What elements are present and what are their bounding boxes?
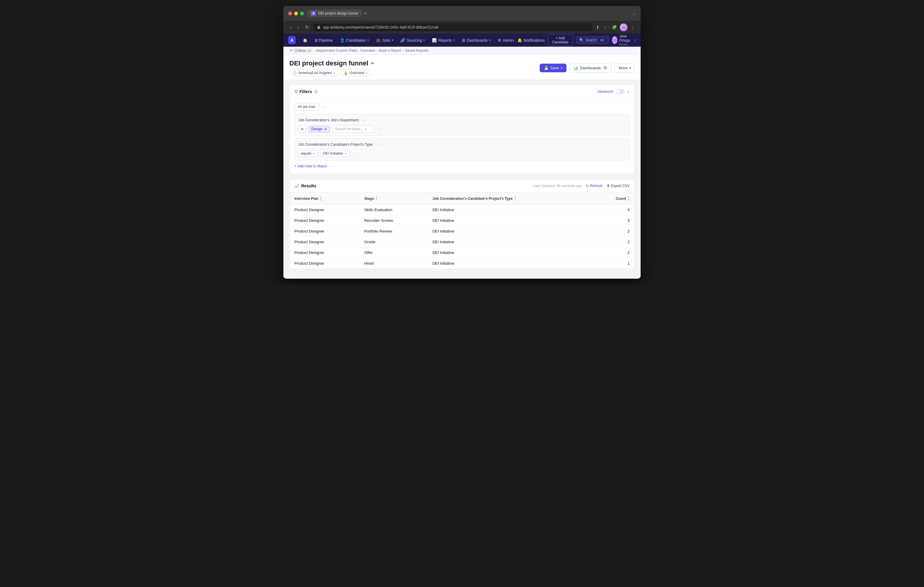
filter-1-tag-value: Design [311, 127, 322, 131]
expand-icon[interactable]: ⌄ [632, 11, 636, 16]
more-button[interactable]: More ▾ [615, 63, 635, 72]
close-button[interactable] [288, 12, 292, 15]
admin-icon: ⚙ [498, 38, 501, 43]
back-button[interactable]: ‹ [288, 23, 293, 31]
nav-item-candidates[interactable]: 👤 Candidates ▾ [337, 34, 372, 47]
advanced-toggle-switch[interactable] [615, 89, 625, 94]
nav-item-dashboards[interactable]: ⊞ Dashboards ▾ [459, 34, 494, 47]
app-logo[interactable]: A [288, 36, 295, 44]
filter-1-value-dots-button[interactable]: ··· [376, 126, 382, 132]
filters-info-icon[interactable]: i [314, 89, 318, 94]
nav-item-pipeline[interactable]: ▥ Pipeline [311, 34, 337, 47]
browser-profile-icon[interactable]: A [620, 23, 627, 31]
col-project-type-label: Job Consideration's Candidate's Project'… [432, 197, 513, 201]
nav-reports-label: Reports [438, 38, 452, 43]
more-chevron-icon: ▾ [629, 66, 631, 69]
cell-count-0: 4 [593, 205, 634, 215]
breadcrumb-more-button[interactable]: 2 More... ▾ [294, 48, 312, 53]
collapse-filters-button[interactable]: ∧ [627, 89, 630, 94]
filter-2-dots-button[interactable]: ··· [376, 141, 382, 148]
cell-stage-5: Hired [359, 258, 427, 269]
breadcrumb-overview[interactable]: Overview [360, 48, 375, 53]
breadcrumb-build-report[interactable]: Build a Report [379, 48, 401, 53]
refresh-label: Refresh [590, 184, 602, 188]
sort-icon-project-type: ▲▼ [514, 196, 516, 201]
user-company: Acme [619, 43, 633, 46]
add-field-dots-button[interactable]: ··· [330, 163, 336, 169]
add-field-row: + Add Field to Match ··· [294, 163, 630, 169]
dashboards-btn-label: Dashboards [580, 66, 601, 70]
more-browser-icon[interactable]: ⋮ [629, 24, 636, 31]
col-count-label: Count [615, 197, 626, 201]
traffic-lights[interactable] [288, 12, 304, 15]
lock-tag[interactable]: 🔓 Unlocked ▾ [340, 69, 371, 76]
col-header-stage[interactable]: Stage ▲▼ [359, 193, 427, 205]
cell-count-2: 2 [593, 226, 634, 237]
save-button[interactable]: 💾 Save ▾ [540, 64, 567, 72]
export-csv-button[interactable]: ⬇ Export CSV [607, 184, 630, 188]
cell-interview-plan-4: Product Designer [290, 247, 359, 258]
candidates-chevron-icon: ▾ [367, 39, 369, 42]
filters-title: ▽ Filters i [294, 89, 318, 94]
filter-1-condition-text: is [301, 127, 304, 131]
nav-item-sourcing[interactable]: 🔗 Sourcing ▾ [397, 34, 428, 47]
user-info[interactable]: JO Jane Ortega Acme ▾ [612, 34, 636, 46]
equals-chevron-icon: ▾ [313, 152, 315, 155]
filter-1-search-dropdown[interactable]: Search for team... ▾ [332, 125, 374, 133]
nav-item-jobs[interactable]: 💼 Jobs ▾ [372, 34, 397, 47]
cell-count-5: 1 [593, 258, 634, 269]
maximize-button[interactable] [300, 12, 304, 15]
filter-1-remove-icon[interactable]: ✕ [324, 127, 327, 132]
nav-item-reports[interactable]: 📊 Reports ▾ [428, 34, 459, 47]
nav-item-home[interactable]: 🏠 [299, 34, 311, 47]
filter-1-label: Job Consideration's Job's Department: ··… [298, 117, 626, 123]
nav-item-admin[interactable]: ⚙ Admin [494, 34, 517, 47]
breadcrumb-sep-2: › [358, 48, 359, 53]
dashboards-nav-icon: ⊞ [462, 38, 465, 43]
extensions-icon[interactable]: 🧩 [610, 24, 618, 31]
history-icon: ↺ [289, 48, 292, 53]
filter-logic-dots-button[interactable]: ··· [322, 104, 327, 110]
bell-icon: 🔔 [517, 38, 522, 43]
table-row: Product Designer Onsite DEI Initiative 2 [290, 237, 634, 247]
notifications-button[interactable]: 🔔 Notifications [517, 38, 545, 43]
refresh-button[interactable]: ↻ Refresh [586, 184, 602, 188]
new-tab-button[interactable]: + [364, 10, 367, 16]
filter-2-value-dots-button[interactable]: ··· [352, 150, 358, 156]
cell-stage-1: Recruiter Screen [359, 215, 427, 226]
edit-title-icon[interactable]: ✏ [371, 61, 375, 66]
breadcrumb-saved-reports[interactable]: Saved Reports [405, 48, 428, 53]
col-header-interview-plan[interactable]: Interview Plan ▲▼ [290, 193, 359, 205]
filter-2-equals-dropdown[interactable]: equals ▾ [298, 150, 317, 157]
col-header-count[interactable]: Count ▲▼ [593, 193, 634, 205]
table-row: Product Designer Offer DEI Initiative 2 [290, 247, 634, 258]
add-field-button[interactable]: + Add Field to Match [294, 164, 327, 168]
forward-button[interactable]: › [295, 23, 301, 31]
dei-chevron-icon: ▾ [345, 152, 346, 155]
filter-2-condition-text: equals [301, 151, 311, 156]
filter-1-dots-button[interactable]: ··· [362, 117, 368, 123]
timezone-tag[interactable]: 🕐 America/Los Angeles ▾ [289, 69, 338, 76]
sort-icon-stage: ▲▼ [375, 196, 378, 201]
col-header-project-type[interactable]: Job Consideration's Candidate's Project'… [428, 193, 593, 205]
col-stage-label: Stage [364, 197, 374, 201]
bookmark-icon[interactable]: ☆ [602, 24, 609, 31]
refresh-browser-button[interactable]: ↻ [304, 23, 311, 31]
cell-interview-plan-1: Product Designer [290, 215, 359, 226]
breadcrumb-dept-custom-field[interactable]: Department Custom Field [316, 48, 356, 53]
dashboards-count-badge: 0 [602, 66, 608, 70]
logic-pill[interactable]: All are true: [294, 103, 319, 110]
dashboards-button[interactable]: 📊 Dashboards 0 [569, 63, 612, 72]
share-icon[interactable]: ⬆ [595, 24, 601, 31]
filter-logic-row: All are true: ··· [294, 103, 630, 110]
minimize-button[interactable] [294, 12, 298, 15]
search-button[interactable]: 🔍 Search ⌘K [576, 36, 609, 44]
add-candidate-button[interactable]: + Add Candidate [548, 34, 573, 46]
cell-project-type-3: DEI Initiative [428, 237, 593, 247]
filter-2-dei-dropdown[interactable]: DEI Initiative ▾ [320, 150, 350, 157]
cell-count-1: 3 [593, 215, 634, 226]
active-tab[interactable]: A DEI project design funnel [307, 10, 362, 17]
filter-2-label-text: Job Consideration's Candidate's Project'… [298, 143, 374, 146]
address-bar[interactable]: 🔒 app.ashbyhq.com/reports/saved/7159cf2c… [313, 23, 592, 31]
filter-1-tag[interactable]: Design ✕ [309, 126, 330, 133]
